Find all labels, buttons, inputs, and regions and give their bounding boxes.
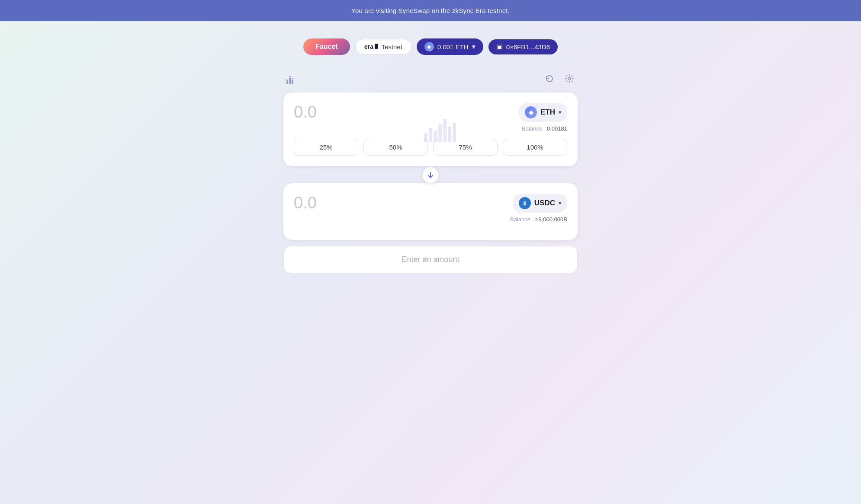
to-card-top: $ USDC ▾ Balance >9,000,000B xyxy=(294,194,567,223)
enter-amount-button[interactable]: Enter an amount xyxy=(283,246,578,273)
wallet-button[interactable]: ▣ 0×6FB1...43D6 xyxy=(488,39,558,54)
settings-icon xyxy=(565,74,574,83)
arrow-down-icon xyxy=(427,172,434,179)
era-logo-icon: era xyxy=(364,43,378,51)
swap-direction-connector xyxy=(283,166,578,184)
svg-text:era: era xyxy=(364,43,373,50)
era-logo: era xyxy=(364,43,378,51)
svg-rect-4 xyxy=(289,78,291,84)
svg-rect-5 xyxy=(289,76,291,77)
refresh-icon xyxy=(545,74,554,83)
svg-rect-2 xyxy=(286,81,288,84)
pct-100-button[interactable]: 100% xyxy=(503,139,567,156)
panel-toolbar xyxy=(283,72,578,93)
to-token-button[interactable]: $ USDC ▾ xyxy=(513,194,567,213)
from-token-symbol: ETH xyxy=(540,108,555,117)
svg-rect-1 xyxy=(375,44,378,49)
wallet-address: 0×6FB1...43D6 xyxy=(506,43,550,51)
eth-icon: ◆ xyxy=(424,42,434,51)
svg-rect-6 xyxy=(292,80,293,84)
enter-amount-label: Enter an amount xyxy=(402,255,459,264)
notification-bar: You are visiting SyncSwap on the zkSync … xyxy=(0,0,861,21)
usdc-token-icon: $ xyxy=(519,197,531,209)
to-token-selector: $ USDC ▾ Balance >9,000,000B xyxy=(510,194,567,223)
from-token-selector: ◆ ETH ▾ Balance 0.00181 xyxy=(519,103,567,132)
to-token-symbol: USDC xyxy=(534,199,555,207)
eth-balance-button[interactable]: ◆ 0.001 ETH ▾ xyxy=(417,38,483,55)
notification-text: You are visiting SyncSwap on the zkSync … xyxy=(351,7,510,14)
action-bar: Faucet era Testnet ◆ 0.001 ETH ▾ ▣ 0×6FB… xyxy=(303,38,558,55)
swap-panel: ◆ ETH ▾ Balance 0.00181 25% 50% xyxy=(283,72,578,273)
network-button[interactable]: era Testnet xyxy=(355,39,411,54)
to-token-chevron-icon: ▾ xyxy=(559,200,561,206)
svg-rect-3 xyxy=(286,80,288,81)
from-token-button[interactable]: ◆ ETH ▾ xyxy=(519,103,567,122)
to-balance: Balance >9,000,000B xyxy=(510,216,567,223)
pct-75-button[interactable]: 75% xyxy=(433,139,498,156)
from-balance-value: 0.00181 xyxy=(547,125,567,132)
network-label: Testnet xyxy=(382,43,402,51)
pct-50-button[interactable]: 50% xyxy=(363,139,428,156)
swap-direction-button[interactable] xyxy=(422,166,439,184)
from-card: ◆ ETH ▾ Balance 0.00181 25% 50% xyxy=(283,93,578,166)
settings-button[interactable] xyxy=(563,72,576,87)
svg-point-8 xyxy=(568,77,571,80)
wallet-icon: ▣ xyxy=(496,43,503,51)
from-balance: Balance 0.00181 xyxy=(522,125,567,132)
faucet-button[interactable]: Faucet xyxy=(303,38,350,55)
main-content: Faucet era Testnet ◆ 0.001 ETH ▾ ▣ 0×6FB… xyxy=(0,21,861,482)
svg-rect-7 xyxy=(292,78,293,79)
filter-svg xyxy=(285,75,295,85)
to-balance-value: >9,000,000B xyxy=(535,216,567,223)
from-card-top: ◆ ETH ▾ Balance 0.00181 xyxy=(294,103,567,132)
to-amount-input[interactable] xyxy=(294,194,430,212)
eth-token-icon: ◆ xyxy=(525,106,537,118)
eth-amount: 0.001 ETH xyxy=(437,43,469,51)
to-card: $ USDC ▾ Balance >9,000,000B xyxy=(283,183,578,240)
percentage-buttons: 25% 50% 75% 100% xyxy=(294,139,567,156)
pct-25-button[interactable]: 25% xyxy=(294,139,358,156)
eth-chevron-icon: ▾ xyxy=(472,43,475,51)
refresh-button[interactable] xyxy=(543,72,556,87)
from-amount-input[interactable] xyxy=(294,103,430,121)
from-token-chevron-icon: ▾ xyxy=(559,109,561,115)
filter-icon[interactable] xyxy=(285,75,295,85)
